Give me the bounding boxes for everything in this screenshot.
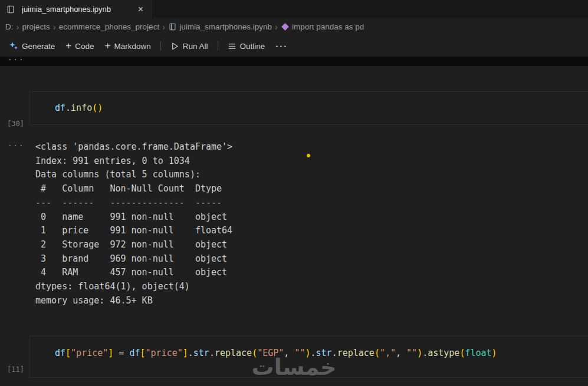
more-actions-button[interactable]: ··· (270, 38, 293, 54)
code-line-1[interactable]: df.info() (30, 92, 588, 113)
breadcrumb-item-ecommerce-phones-project[interactable]: ecommerce_phones_project (59, 22, 159, 31)
code-cell-1[interactable]: df.info() (29, 91, 588, 125)
yellow-dot (307, 154, 310, 157)
output-collapse-marker[interactable]: ... (8, 139, 24, 148)
tab-bar: juimia_smartphones.ipynb × (0, 0, 588, 18)
execution-count-1: [30] (7, 120, 24, 128)
close-icon[interactable]: × (136, 4, 145, 15)
collapsed-cell-marker[interactable]: ... (8, 53, 24, 62)
generate-button[interactable]: Generate (4, 38, 60, 54)
chevron-right-icon: › (53, 22, 56, 32)
toolbar-separator (218, 41, 218, 51)
outline-label: Outline (240, 42, 265, 51)
tab-juimia-smartphones[interactable]: juimia_smartphones.ipynb × (0, 0, 152, 18)
breadcrumb-item-notebook-file[interactable]: juimia_smartphones.ipynb (179, 22, 272, 31)
run-all-label: Run All (183, 42, 208, 51)
add-code-label: Code (75, 42, 94, 51)
chevron-right-icon: › (17, 22, 19, 32)
vscode-window: juimia_smartphones.ipynb × D: › projects… (0, 0, 588, 386)
toolbar-separator (160, 41, 161, 51)
execution-count-2: [11] (7, 365, 24, 374)
outline-button[interactable]: Outline (222, 39, 271, 54)
breadcrumb: D: › projects › ecommerce_phones_project… (0, 18, 588, 35)
symbol-method-icon (281, 23, 289, 31)
notebook-toolbar: Generate + Code + Markdown Run All (0, 35, 588, 57)
notebook-file-icon (6, 5, 15, 14)
run-all-button[interactable]: Run All (165, 39, 213, 54)
outline-icon (228, 42, 236, 51)
plus-icon: + (65, 42, 71, 50)
add-markdown-label: Markdown (114, 42, 150, 51)
generate-label: Generate (22, 42, 55, 51)
chevron-right-icon: › (162, 22, 165, 32)
sparkle-icon (9, 41, 18, 51)
run-all-icon (170, 42, 179, 51)
breadcrumb-item-drive[interactable]: D: (5, 22, 14, 31)
tab-title: juimia_smartphones.ipynb (22, 5, 132, 14)
add-markdown-button[interactable]: + Markdown (100, 39, 156, 54)
plus-icon: + (105, 42, 111, 50)
breadcrumb-item-projects[interactable]: projects (22, 22, 50, 31)
breadcrumb-notebook-file-icon (169, 23, 176, 31)
add-code-button[interactable]: + Code (60, 39, 99, 54)
khamsat-watermark: خمسات (252, 354, 337, 380)
collapsed-cell-band (0, 57, 588, 66)
chevron-right-icon: › (275, 22, 278, 32)
cell-output: <class 'pandas.core.frame.DataFrame'> In… (35, 140, 232, 308)
breadcrumb-item-active-cell[interactable]: import pandas as pd (292, 22, 364, 31)
